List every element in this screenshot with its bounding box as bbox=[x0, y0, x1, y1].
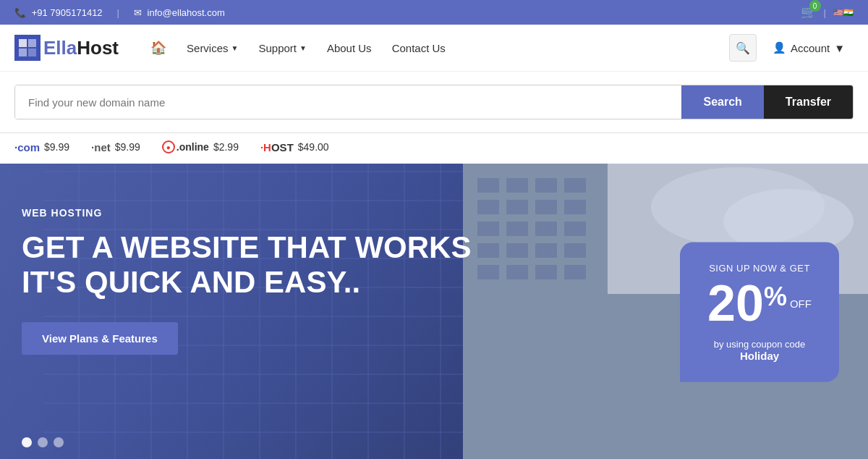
tld-online[interactable]: ● .online $2.99 bbox=[162, 140, 239, 153]
support-arrow: ▼ bbox=[299, 44, 307, 52]
logo-text: EllaHost bbox=[43, 37, 119, 59]
hero-content: WEB HOSTING GET A WEBSITE THAT WORKS IT'… bbox=[22, 207, 485, 355]
slider-dot-1[interactable] bbox=[22, 437, 32, 447]
slider-dots bbox=[22, 437, 64, 447]
promo-percent-wrap: 20 % OFF bbox=[697, 278, 822, 329]
domain-search-bar: Search Transfer bbox=[0, 72, 868, 133]
svg-rect-27 bbox=[564, 265, 586, 279]
svg-rect-0 bbox=[19, 39, 27, 47]
nav-about[interactable]: About Us bbox=[317, 26, 382, 70]
tld-online-circle: ● bbox=[162, 140, 175, 153]
logo-icon bbox=[14, 35, 41, 61]
search-button[interactable]: 🔍 bbox=[729, 34, 757, 62]
tld-net-price: $9.99 bbox=[115, 141, 140, 153]
domain-search-button[interactable]: Search bbox=[681, 85, 763, 119]
slider-dot-2[interactable] bbox=[38, 437, 48, 447]
svg-rect-3 bbox=[28, 49, 36, 56]
svg-rect-11 bbox=[564, 178, 586, 193]
tld-online-ext: .online bbox=[176, 141, 209, 153]
promo-percent-sign: % bbox=[764, 284, 787, 310]
nav-links: 🏠 Services ▼ Support ▼ About Us Contact … bbox=[140, 24, 729, 72]
promo-card: SIGN UP NOW & GET 20 % OFF by using coup… bbox=[680, 243, 839, 382]
tld-com-ext: ·com bbox=[14, 141, 40, 153]
user-icon: 👤 bbox=[773, 41, 786, 54]
svg-rect-18 bbox=[535, 222, 557, 236]
tld-host-rest: OST bbox=[271, 141, 294, 153]
nav-services[interactable]: Services ▼ bbox=[176, 26, 248, 70]
logo-ella: Ella bbox=[43, 37, 77, 59]
nav-right: 🔍 👤 Account ▼ bbox=[729, 34, 854, 62]
email-icon bbox=[134, 7, 145, 18]
services-arrow: ▼ bbox=[231, 44, 239, 52]
nav-contact[interactable]: Contact Us bbox=[382, 26, 456, 70]
logo-host: Host bbox=[77, 37, 119, 59]
top-bar-right: 🛒 0 | 🇺🇸🇮🇳 bbox=[801, 4, 854, 20]
email-address: info@ellahost.com bbox=[148, 7, 225, 18]
logo-svg bbox=[17, 38, 38, 58]
svg-rect-15 bbox=[564, 200, 586, 214]
svg-rect-19 bbox=[564, 222, 586, 236]
support-label: Support bbox=[258, 42, 297, 54]
top-bar: +91 7905171412 | info@ellahost.com 🛒 0 |… bbox=[0, 0, 868, 25]
separator2: | bbox=[824, 7, 826, 18]
cart-badge: 0 bbox=[809, 0, 821, 12]
tld-com-price: $9.99 bbox=[44, 141, 69, 153]
svg-rect-22 bbox=[535, 243, 557, 258]
domain-input-wrap: Search Transfer bbox=[14, 85, 854, 119]
tld-host-ext: ·HOST bbox=[260, 141, 294, 153]
svg-rect-26 bbox=[535, 265, 557, 279]
svg-rect-10 bbox=[535, 178, 557, 193]
domain-search-input[interactable] bbox=[15, 85, 681, 119]
phone-icon bbox=[14, 7, 29, 18]
flag-icon: 🇺🇸🇮🇳 bbox=[833, 8, 854, 17]
tld-bar: ·com $9.99 ·net $9.99 ● .online $2.99 ·H… bbox=[0, 133, 868, 164]
account-button[interactable]: 👤 Account ▼ bbox=[764, 35, 854, 60]
nav-home[interactable]: 🏠 bbox=[140, 24, 176, 72]
email-contact[interactable]: info@ellahost.com bbox=[134, 7, 225, 18]
svg-rect-25 bbox=[506, 265, 528, 279]
tld-host[interactable]: ·HOST $49.00 bbox=[260, 141, 329, 153]
language-selector[interactable]: 🇺🇸🇮🇳 bbox=[833, 8, 854, 17]
phone-contact[interactable]: +91 7905171412 bbox=[14, 7, 103, 18]
phone-number: +91 7905171412 bbox=[32, 7, 103, 18]
tld-net[interactable]: ·net $9.99 bbox=[91, 141, 140, 153]
slider-dot-3[interactable] bbox=[54, 437, 64, 447]
nav-support[interactable]: Support ▼ bbox=[248, 26, 316, 70]
svg-rect-1 bbox=[28, 39, 36, 47]
cart-button[interactable]: 🛒 0 bbox=[801, 4, 817, 20]
top-bar-left: +91 7905171412 | info@ellahost.com bbox=[14, 7, 225, 18]
contact-label: Contact Us bbox=[392, 42, 446, 54]
hero-cta-button[interactable]: View Plans & Features bbox=[22, 322, 178, 355]
promo-coupon-code: Holiday bbox=[740, 350, 779, 362]
search-icon: 🔍 bbox=[736, 41, 750, 55]
tld-online-price: $2.99 bbox=[213, 141, 239, 153]
account-arrow: ▼ bbox=[834, 42, 845, 54]
tld-online-badge: ● .online bbox=[162, 140, 209, 153]
tld-net-ext: ·net bbox=[91, 141, 111, 153]
promo-coupon-text: by using coupon code Holiday bbox=[697, 339, 822, 362]
svg-rect-23 bbox=[564, 243, 586, 258]
svg-rect-8 bbox=[477, 178, 499, 193]
home-icon: 🏠 bbox=[150, 40, 166, 56]
tld-com[interactable]: ·com $9.99 bbox=[14, 141, 69, 153]
tld-host-price: $49.00 bbox=[298, 141, 329, 153]
hero-section: WEB HOSTING GET A WEBSITE THAT WORKS IT'… bbox=[0, 164, 868, 459]
services-label: Services bbox=[187, 42, 229, 54]
logo[interactable]: EllaHost bbox=[14, 35, 119, 61]
hero-sub-label: WEB HOSTING bbox=[22, 207, 485, 219]
promo-signup-text: SIGN UP NOW & GET bbox=[697, 263, 822, 274]
tld-host-dot: ·H bbox=[260, 141, 271, 153]
navbar: EllaHost 🏠 Services ▼ Support ▼ About Us… bbox=[0, 25, 868, 72]
account-label: Account bbox=[791, 42, 830, 54]
about-label: About Us bbox=[327, 42, 372, 54]
svg-rect-9 bbox=[506, 178, 528, 193]
promo-off-label: OFF bbox=[790, 298, 812, 309]
svg-rect-17 bbox=[506, 222, 528, 236]
svg-rect-2 bbox=[19, 49, 27, 56]
domain-transfer-button[interactable]: Transfer bbox=[764, 85, 853, 119]
svg-rect-13 bbox=[506, 200, 528, 214]
hero-title: GET A WEBSITE THAT WORKS IT'S QUICK AND … bbox=[22, 230, 485, 300]
svg-rect-14 bbox=[535, 200, 557, 214]
promo-coupon-desc: by using coupon code bbox=[714, 339, 805, 350]
separator: | bbox=[117, 7, 119, 18]
